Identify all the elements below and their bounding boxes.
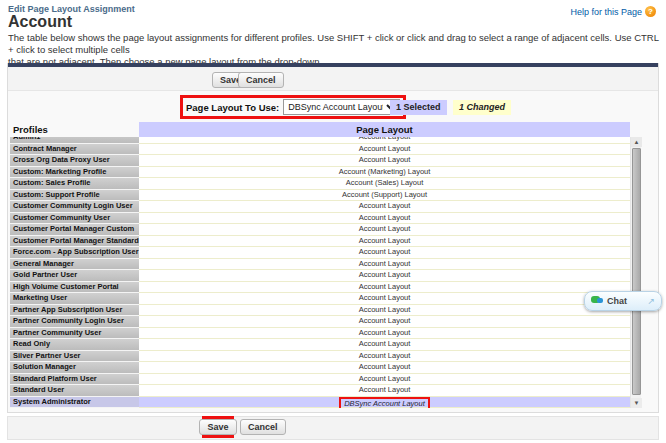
page-layout-value: Account Layout (359, 293, 411, 304)
profile-name-cell: Read Only (10, 339, 139, 351)
profiles-column-header: Profiles (10, 122, 139, 137)
table-row: Partner App Subscription User Account La… (10, 305, 630, 317)
page-layout-cell[interactable]: Account Layout (139, 293, 630, 305)
cancel-button-bottom[interactable]: Cancel (240, 419, 286, 435)
profile-name-cell: Standard Platform User (10, 374, 139, 386)
table-row: Partner Community User Account Layout (10, 328, 630, 340)
page-layout-value: Account Layout (359, 339, 411, 350)
changed-count-badge: 1 Changed (453, 100, 511, 115)
profile-name-cell: Force.com - App Subscription User (10, 247, 139, 259)
page-layout-cell[interactable]: DBSync Account Layout (139, 397, 630, 409)
scrollbar-down-icon[interactable]: ▼ (631, 398, 642, 408)
page-layout-cell[interactable]: Account Layout (139, 201, 630, 213)
profile-name-cell: Silver Partner User (10, 351, 139, 363)
page-layout-value: Account Layout (359, 247, 411, 258)
page-layout-value: Account Layout (359, 213, 411, 224)
table-row: Customer Portal Manager Standard Account… (10, 236, 630, 248)
page-layout-value: Account Layout (359, 351, 411, 362)
profile-name-cell: Partner Community User (10, 328, 139, 340)
page-layout-value: Account (Marketing) Layout (339, 167, 431, 178)
page-layout-select[interactable]: DBSync Account Layout (283, 99, 400, 115)
page: Edit Page Layout Assignment Account Help… (0, 0, 666, 443)
page-layout-cell[interactable]: Account Layout (139, 351, 630, 363)
table-row: Silver Partner User Account Layout (10, 351, 630, 363)
page-title: Account (8, 13, 72, 31)
chat-widget[interactable]: Chat ↗ (584, 291, 662, 311)
page-layout-value: Account Layout (359, 224, 411, 235)
page-layout-column-header: Page Layout (139, 122, 630, 137)
page-layout-value: Account Layout (359, 270, 411, 281)
profile-name-cell: Customer Community User (10, 213, 139, 225)
popout-arrow-icon[interactable]: ↗ (647, 296, 655, 306)
page-layout-value: Account Layout (359, 201, 411, 212)
description-line-1: The table below shows the page layout as… (8, 32, 662, 56)
profile-name-cell: Custom: Sales Profile (10, 178, 139, 190)
table-row: Custom: Marketing Profile Account (Marke… (10, 167, 630, 179)
table-row: Solution Manager Account Layout (10, 362, 630, 374)
page-layout-cell[interactable]: Account Layout (139, 155, 630, 167)
page-layout-value: Account (Sales) Layout (346, 178, 424, 189)
page-layout-cell[interactable]: Account Layout (139, 339, 630, 351)
page-layout-cell[interactable]: Account Layout (139, 385, 630, 397)
page-layout-cell[interactable]: Account Layout (139, 328, 630, 340)
table-row: Customer Portal Manager Custom Account L… (10, 224, 630, 236)
page-layout-select-label: Page Layout To Use: (186, 102, 279, 113)
page-layout-value: Account Layout (359, 144, 411, 155)
table-row: Contract Manager Account Layout (10, 144, 630, 156)
profile-name-cell: Gold Partner User (10, 270, 139, 282)
profile-name-cell: Custom: Support Profile (10, 190, 139, 202)
help-link-label: Help for this Page (570, 7, 642, 17)
profile-name-cell: Marketing User (10, 293, 139, 305)
annotation-box-save: Save (202, 416, 234, 438)
page-layout-cell[interactable]: Account Layout (139, 213, 630, 225)
profile-name-cell: High Volume Customer Portal (10, 282, 139, 294)
page-layout-cell[interactable]: Account (Support) Layout (139, 190, 630, 202)
page-layout-cell[interactable]: Account Layout (139, 236, 630, 248)
profile-name-cell: Solution Manager (10, 362, 139, 374)
page-layout-cell[interactable]: Account Layout (139, 282, 630, 294)
scrollbar-thumb[interactable] (632, 148, 641, 395)
profile-name-cell: Customer Community Login User (10, 201, 139, 213)
table-row: System Administrator DBSync Account Layo… (10, 397, 630, 409)
save-button-bottom[interactable]: Save (199, 419, 236, 435)
table-scrollbar[interactable]: ▲ ▼ (630, 137, 641, 408)
table-header: Profiles Page Layout (10, 122, 630, 137)
page-layout-value: Account Layout (359, 328, 411, 339)
table-row: Custom: Sales Profile Account (Sales) La… (10, 178, 630, 190)
help-link[interactable]: Help for this Page ? (570, 6, 656, 17)
bottom-toolbar (7, 416, 659, 440)
chat-label: Chat (607, 296, 643, 306)
page-layout-cell[interactable]: Account Layout (139, 259, 630, 271)
cancel-button-top[interactable]: Cancel (238, 72, 284, 88)
table-row: Read Only Account Layout (10, 339, 630, 351)
page-layout-cell[interactable]: Account Layout (139, 374, 630, 386)
profile-table: Admin1 Account Layout Contract Manager A… (10, 137, 630, 408)
page-layout-value: Account Layout (359, 155, 411, 166)
page-layout-cell[interactable]: Account Layout (139, 305, 630, 317)
table-row: Gold Partner User Account Layout (10, 270, 630, 282)
profile-name-cell: Partner App Subscription User (10, 305, 139, 317)
page-layout-cell[interactable]: Account (Marketing) Layout (139, 167, 630, 179)
help-icon[interactable]: ? (645, 6, 656, 17)
profile-name-cell: Cross Org Data Proxy User (10, 155, 139, 167)
page-layout-cell[interactable]: Account Layout (139, 362, 630, 374)
profile-name-cell: Customer Portal Manager Standard (10, 236, 139, 248)
chat-bubble-icon (591, 296, 603, 306)
page-layout-cell[interactable]: Account Layout (139, 224, 630, 236)
top-toolbar (8, 67, 658, 91)
annotation-box-dropdown: Page Layout To Use: DBSync Account Layou… (180, 95, 406, 119)
page-layout-cell[interactable]: Account (Sales) Layout (139, 178, 630, 190)
page-layout-cell[interactable]: Account Layout (139, 247, 630, 259)
page-layout-cell[interactable]: Account Layout (139, 270, 630, 282)
table-row: Customer Community User Account Layout (10, 213, 630, 225)
profile-name-cell: General Manager (10, 259, 139, 271)
scrollbar-up-icon[interactable]: ▲ (631, 137, 642, 147)
page-layout-value: Account (Support) Layout (342, 190, 427, 201)
page-layout-cell[interactable]: Account Layout (139, 144, 630, 156)
table-row: Standard Platform User Account Layout (10, 374, 630, 386)
page-layout-cell[interactable]: Account Layout (139, 316, 630, 328)
profile-name-cell: Partner Community Login User (10, 316, 139, 328)
page-layout-value: Account Layout (359, 282, 411, 293)
table-rows: Admin1 Account Layout Contract Manager A… (10, 137, 630, 408)
page-layout-value: Account Layout (359, 305, 411, 316)
